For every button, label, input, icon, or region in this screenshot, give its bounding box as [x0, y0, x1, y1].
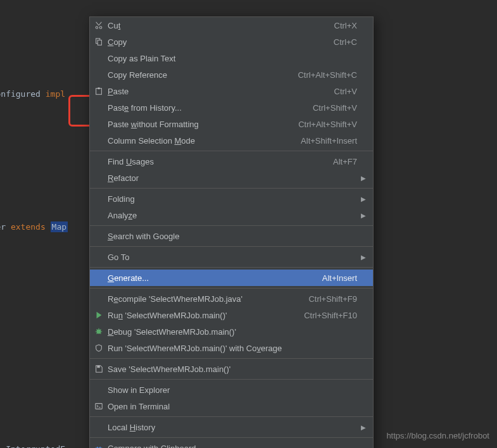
compare-icon: [90, 444, 108, 448]
svg-rect-8: [96, 404, 103, 409]
menu-item[interactable]: Refactor▶: [90, 170, 373, 186]
menu-separator: [90, 246, 373, 247]
menu-item[interactable]: Run 'SelectWhereMRJob.main()' with Cover…: [90, 340, 373, 356]
menu-item-label: Copy: [108, 37, 334, 47]
menu-item-label: Column Selection Mode: [108, 136, 301, 146]
menu-item-label: Paste from History...: [108, 103, 313, 113]
terminal-icon: [90, 402, 108, 411]
menu-item-label: Generate...: [108, 273, 322, 283]
menu-item[interactable]: Save 'SelectWhereMRJob.main()': [90, 361, 373, 377]
menu-separator: [90, 151, 373, 151]
save-icon: [90, 364, 108, 373]
menu-item-shortcut: Ctrl+Shift+F10: [304, 311, 357, 320]
svg-point-0: [96, 27, 98, 29]
menu-item-label: Find Usages: [108, 157, 333, 166]
submenu-indicator-icon: ▶: [361, 175, 365, 182]
menu-separator: [90, 188, 373, 189]
menu-separator: [90, 225, 373, 226]
menu-item[interactable]: Analyze▶: [90, 207, 373, 223]
menu-item-label: Run 'SelectWhereMRJob.main()' with Cover…: [108, 344, 357, 353]
menu-item[interactable]: Run 'SelectWhereMRJob.main()'Ctrl+Shift+…: [90, 307, 373, 323]
menu-item-shortcut: Alt+Shift+Insert: [301, 136, 357, 146]
submenu-indicator-icon: ▶: [361, 254, 365, 261]
menu-item-shortcut: Ctrl+Shift+F9: [308, 294, 357, 304]
selected-text: Map: [51, 221, 68, 232]
menu-item[interactable]: Debug 'SelectWhereMRJob.main()': [90, 323, 373, 340]
submenu-indicator-icon: ▶: [361, 424, 365, 431]
submenu-indicator-icon: ▶: [361, 212, 365, 219]
menu-item[interactable]: PasteCtrl+V: [90, 83, 373, 99]
menu-item[interactable]: Show in Explorer: [90, 382, 373, 398]
menu-item-label: Debug 'SelectWhereMRJob.main()': [108, 327, 357, 337]
menu-item-label: Save 'SelectWhereMRJob.main()': [108, 364, 357, 374]
menu-item[interactable]: Paste from History...Ctrl+Shift+V: [90, 99, 373, 116]
menu-separator: [90, 267, 373, 268]
coverage-icon: [90, 344, 108, 352]
menu-item-shortcut: Alt+F7: [333, 157, 357, 166]
menu-item-label: Cut: [108, 21, 334, 30]
menu-item-label: Refactor: [108, 173, 357, 183]
menu-item-label: Open in Terminal: [108, 402, 357, 411]
menu-item[interactable]: Compare with Clipboard: [90, 440, 373, 448]
menu-item-shortcut: Ctrl+C: [334, 37, 357, 47]
menu-item[interactable]: CopyCtrl+C: [90, 34, 373, 50]
menu-item-shortcut: Alt+Insert: [322, 273, 357, 283]
menu-item[interactable]: Search with Google: [90, 228, 373, 244]
copy-icon: [90, 37, 108, 46]
menu-item-label: Go To: [108, 252, 357, 262]
menu-item-label: Paste: [108, 87, 334, 96]
menu-item[interactable]: Folding▶: [90, 190, 373, 207]
menu-separator: [90, 437, 373, 438]
context-menu: CutCtrl+XCopyCtrl+CCopy as Plain TextCop…: [89, 16, 374, 448]
menu-item[interactable]: Paste without FormattingCtrl+Alt+Shift+V: [90, 116, 373, 132]
menu-item[interactable]: Open in Terminal: [90, 398, 373, 414]
menu-item[interactable]: Recompile 'SelectWhereMRJob.java'Ctrl+Sh…: [90, 290, 373, 307]
menu-separator: [90, 358, 373, 359]
menu-item[interactable]: Copy ReferenceCtrl+Alt+Shift+C: [90, 66, 373, 83]
menu-item-shortcut: Ctrl+Shift+V: [313, 103, 357, 113]
run-icon: [90, 311, 108, 320]
menu-item-label: Compare with Clipboard: [108, 444, 357, 449]
menu-item[interactable]: CutCtrl+X: [90, 17, 373, 34]
cut-icon: [90, 21, 108, 30]
svg-rect-7: [97, 366, 99, 368]
menu-item-label: Folding: [108, 194, 357, 204]
menu-item-label: Paste without Formatting: [108, 120, 298, 129]
paste-icon: [90, 87, 108, 96]
svg-rect-3: [98, 40, 101, 45]
menu-item[interactable]: Column Selection ModeAlt+Shift+Insert: [90, 132, 373, 149]
menu-item-label: Analyze: [108, 211, 357, 220]
menu-item[interactable]: Generate...Alt+Insert: [90, 270, 373, 286]
menu-item-shortcut: Ctrl+Alt+Shift+V: [298, 120, 357, 129]
menu-item-label: Recompile 'SelectWhereMRJob.java': [108, 294, 308, 304]
menu-item-label: Run 'SelectWhereMRJob.main()': [108, 311, 304, 320]
svg-rect-4: [96, 89, 102, 95]
menu-item[interactable]: Copy as Plain Text: [90, 50, 373, 66]
menu-item-label: Show in Explorer: [108, 385, 357, 395]
menu-item[interactable]: Go To▶: [90, 249, 373, 265]
menu-separator: [90, 288, 373, 289]
svg-point-1: [99, 27, 102, 29]
menu-item-label: Copy Reference: [108, 70, 298, 80]
watermark: https://blog.csdn.net/jcfrobot: [386, 431, 489, 440]
menu-item[interactable]: Local History▶: [90, 419, 373, 435]
submenu-indicator-icon: ▶: [361, 196, 365, 202]
menu-item-shortcut: Ctrl+X: [334, 21, 357, 30]
menu-item-label: Copy as Plain Text: [108, 54, 357, 63]
menu-item[interactable]: Find UsagesAlt+F7: [90, 153, 373, 170]
menu-item-label: Local History: [108, 423, 357, 432]
menu-separator: [90, 416, 373, 417]
debug-icon: [90, 327, 108, 336]
svg-rect-5: [98, 87, 100, 89]
menu-separator: [90, 379, 373, 380]
menu-item-shortcut: Ctrl+Alt+Shift+C: [298, 70, 357, 80]
menu-item-label: Search with Google: [108, 232, 357, 241]
menu-item-shortcut: Ctrl+V: [334, 87, 357, 96]
